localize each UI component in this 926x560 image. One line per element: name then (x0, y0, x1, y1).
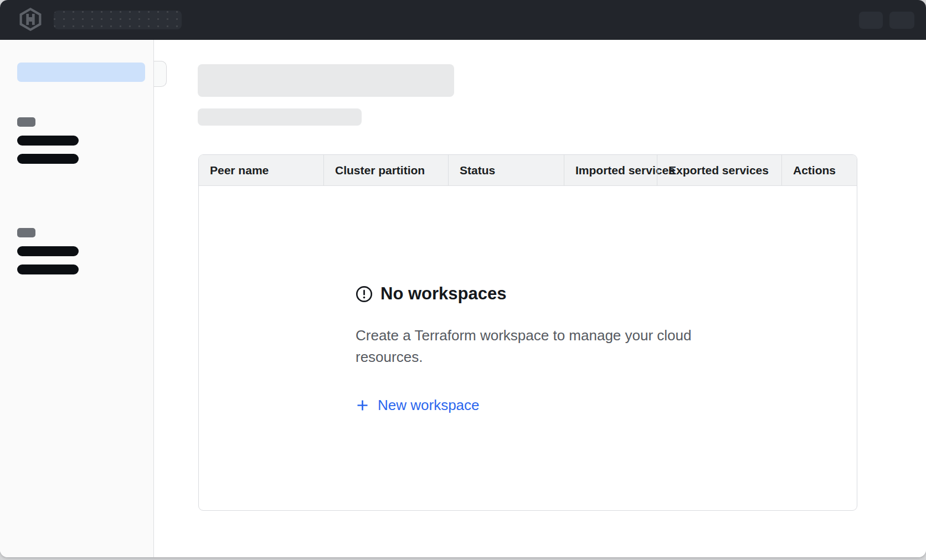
column-header-cluster-partition: Cluster partition (323, 155, 448, 185)
sidebar-item-skeleton[interactable] (17, 246, 79, 256)
column-header-imported-services: Imported services (564, 155, 657, 185)
new-workspace-label: New workspace (378, 397, 480, 413)
hashicorp-logo-icon[interactable] (19, 8, 42, 31)
topbar-button-skeleton[interactable] (889, 12, 914, 29)
column-header-peer-name: Peer name (199, 155, 323, 185)
empty-state-description: Create a Terraform workspace to manage y… (356, 325, 700, 368)
sidebar (0, 40, 154, 557)
new-workspace-button[interactable]: New workspace (356, 397, 480, 413)
search-placeholder-skeleton[interactable] (54, 11, 182, 29)
column-header-actions: Actions (781, 155, 857, 185)
column-header-status: Status (448, 155, 564, 185)
sidebar-section-label-skeleton (17, 117, 35, 127)
sidebar-item-skeleton[interactable] (17, 265, 79, 274)
table-header-row: Peer name Cluster partition Status Impor… (199, 155, 857, 186)
peers-table: Peer name Cluster partition Status Impor… (198, 154, 857, 511)
empty-state-title: No workspaces (380, 283, 506, 304)
empty-state: No workspaces Create a Terraform workspa… (356, 186, 700, 414)
topbar-button-skeleton[interactable] (859, 12, 883, 29)
page-title-skeleton (198, 64, 454, 97)
plus-icon (356, 398, 369, 412)
sidebar-item-skeleton[interactable] (17, 154, 79, 164)
sidebar-section-label-skeleton (17, 228, 35, 237)
topbar (0, 0, 926, 40)
sidebar-active-item-skeleton[interactable] (17, 63, 145, 82)
main-content: Peer name Cluster partition Status Impor… (155, 40, 926, 557)
app-window: Peer name Cluster partition Status Impor… (0, 0, 926, 557)
column-header-exported-services: Exported services (657, 155, 781, 185)
sidebar-collapse-tab[interactable] (154, 61, 167, 87)
sidebar-item-skeleton[interactable] (17, 136, 79, 146)
page-subtitle-skeleton (198, 108, 362, 126)
alert-circle-icon (356, 286, 373, 303)
